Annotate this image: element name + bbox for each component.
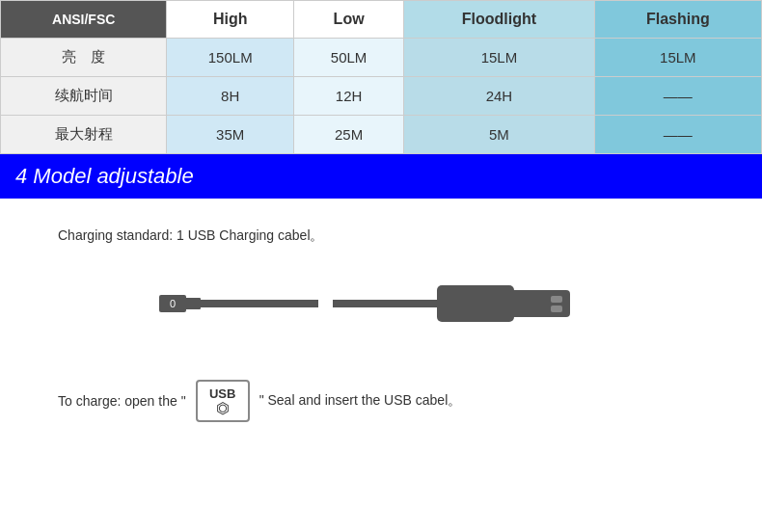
cell-0-flashing: 15LM	[594, 39, 761, 77]
cell-1-flashing: ——	[594, 77, 761, 116]
col-header-flashing: Flashing	[594, 1, 761, 39]
model-banner-text: 4 Model adjustable	[15, 164, 194, 188]
instruction-section: To charge: open the " USB ⏣ " Seal and i…	[0, 370, 762, 441]
instruction-after: " Seal and insert the USB cabel。	[259, 392, 462, 410]
col-header-low: Low	[294, 1, 404, 39]
cell-1-floodlight: 24H	[404, 77, 594, 116]
charging-label: Charging standard: 1 USB Charging cabel。	[58, 227, 704, 245]
usb-cable-illustration: 0	[58, 264, 704, 341]
svg-rect-7	[510, 290, 570, 317]
cell-1-low: 12H	[294, 77, 404, 116]
cable-svg: 0	[130, 264, 632, 341]
cell-2-floodlight: 5M	[404, 116, 594, 154]
spec-table: ANSI/FSC High Low Floodlight Flashing 亮 …	[0, 0, 762, 154]
cell-2-low: 25M	[294, 116, 404, 154]
usb-badge: USB ⏣	[196, 380, 250, 422]
svg-rect-9	[551, 306, 562, 312]
cell-0-floodlight: 15LM	[404, 39, 594, 77]
svg-rect-5	[333, 300, 439, 307]
usb-symbol-icon: ⏣	[216, 401, 230, 416]
cell-0-high: 150LM	[167, 39, 294, 77]
col-header-high: High	[167, 1, 294, 39]
row-label-1: 续航时间	[1, 77, 167, 116]
cell-0-low: 50LM	[294, 39, 404, 77]
model-banner: 4 Model adjustable	[0, 154, 762, 199]
svg-text:0: 0	[170, 298, 176, 309]
cell-1-high: 8H	[167, 77, 294, 116]
instruction-before: To charge: open the "	[58, 393, 186, 409]
svg-rect-2	[183, 298, 201, 309]
usb-badge-text: USB	[209, 386, 235, 401]
svg-rect-3	[201, 300, 326, 307]
row-label-0: 亮 度	[1, 39, 167, 77]
cell-2-flashing: ——	[594, 116, 761, 154]
col-header-floodlight: Floodlight	[404, 1, 594, 39]
svg-rect-8	[551, 296, 562, 303]
row-label-2: 最大射程	[1, 116, 167, 154]
charging-section: Charging standard: 1 USB Charging cabel。…	[0, 199, 762, 370]
svg-rect-6	[437, 285, 514, 322]
cell-2-high: 35M	[167, 116, 294, 154]
col-header-ansi: ANSI/FSC	[1, 1, 167, 39]
